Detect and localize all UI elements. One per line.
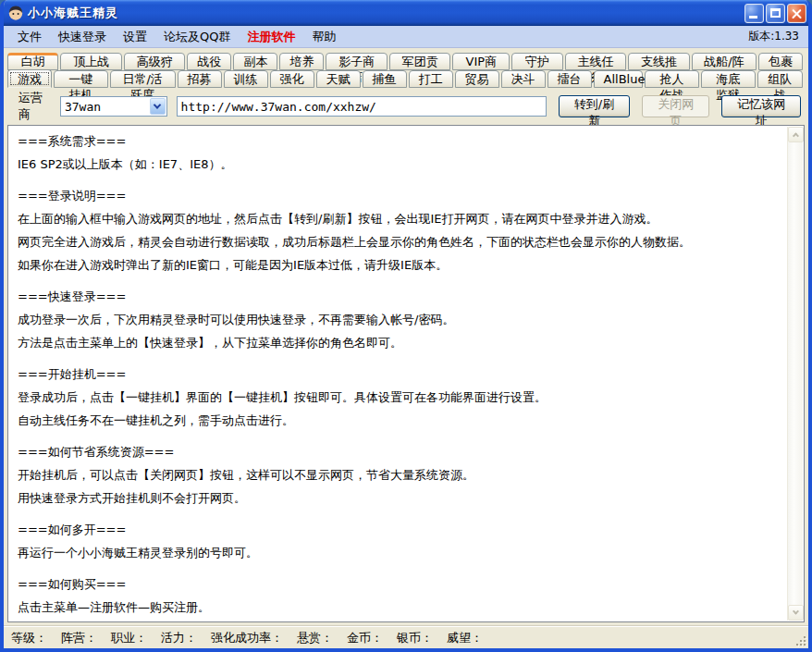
- section-line: 再运行一个小小海贼王精灵登录别的号即可。: [18, 541, 794, 564]
- tab-r2-3[interactable]: 招募: [178, 70, 222, 88]
- minimize-button[interactable]: [744, 4, 764, 23]
- section-line: 开始挂机后，可以点击【关闭网页】按钮，这样可以不显示网页，节省大量系统资源。: [18, 463, 794, 486]
- help-text: ===系统需求===IE6 SP2或以上版本（如：IE7、IE8）。===登录说…: [8, 126, 804, 622]
- status-field-6: 金币：: [347, 630, 383, 646]
- status-field-4: 强化成功率：: [211, 630, 283, 646]
- section-line: 方法是点击主菜单上的【快速登录】，从下拉菜单选择你的角色名即可。: [18, 331, 794, 354]
- menu-item-forum-qq[interactable]: 论坛及QQ群: [155, 27, 239, 47]
- scroll-up-button[interactable]: [788, 127, 804, 142]
- chevron-up-icon: [793, 132, 799, 139]
- menu-item-register[interactable]: 注册软件: [239, 27, 303, 47]
- app-window: 小小海贼王精灵 文件快速登录设置论坛及QQ群注册软件帮助 版本:1.33 白胡子…: [0, 0, 812, 652]
- status-field-1: 阵营：: [61, 630, 97, 646]
- scroll-down-button[interactable]: [788, 605, 804, 621]
- resize-grip-icon[interactable]: [795, 635, 807, 647]
- status-field-3: 活力：: [161, 630, 197, 646]
- help-section-5: ===如何多开===再运行一个小小海贼王精灵登录别的号即可。: [18, 518, 794, 564]
- section-header: ===如何节省系统资源===: [18, 440, 794, 463]
- url-toolbar: 运营商 37wan 转到/刷新 关闭网页 记忆该网址: [4, 88, 808, 125]
- help-section-3: ===开始挂机===登录成功后，点击【一键挂机】界面的【一键挂机】按钮即可。具体…: [18, 363, 794, 432]
- operator-label: 运营商: [18, 90, 53, 123]
- section-line: 登录成功后，点击【一键挂机】界面的【一键挂机】按钮即可。具体设置可在各功能界面进…: [18, 386, 794, 409]
- tab-r2-4[interactable]: 训练: [224, 70, 268, 88]
- tab-r1-10[interactable]: 主线任务: [565, 53, 627, 70]
- section-header: ===快速登录===: [18, 285, 794, 308]
- tab-r2-14[interactable]: 海底监狱: [701, 70, 756, 88]
- menu-item-help[interactable]: 帮助: [303, 27, 344, 47]
- tab-row-1: 白胡子顶上战争高级狩猎战役副本培养影子商店军团贡献VIP商城守护兽主线任务支线推…: [7, 53, 805, 70]
- menu-bar: 文件快速登录设置论坛及QQ群注册软件帮助 版本:1.33: [0, 26, 812, 48]
- section-header: ===如何购买===: [18, 572, 794, 596]
- tab-r1-8[interactable]: VIP商城: [452, 53, 510, 70]
- section-line: 用快速登录方式开始挂机则不会打开网页。: [18, 486, 794, 510]
- help-section-1: ===登录说明===在上面的输入框中输入游戏网页的地址，然后点击【转到/刷新】按…: [18, 184, 794, 277]
- tab-r2-0[interactable]: 游戏: [7, 69, 52, 88]
- url-input[interactable]: [177, 96, 547, 117]
- tab-r2-9[interactable]: 贸易: [455, 70, 499, 88]
- section-line: 在上面的输入框中输入游戏网页的地址，然后点击【转到/刷新】按钮，会出现IE打开网…: [18, 207, 794, 230]
- help-section-0: ===系统需求===IE6 SP2或以上版本（如：IE7、IE8）。: [18, 129, 794, 176]
- chevron-down-icon: [154, 101, 161, 108]
- app-icon[interactable]: [7, 5, 24, 21]
- tab-r1-13[interactable]: 包裹: [758, 53, 803, 70]
- minimize-icon: [749, 16, 757, 18]
- help-section-4: ===如何节省系统资源===开始挂机后，可以点击【关闭网页】按钮，这样可以不显示…: [18, 440, 794, 510]
- help-text-area[interactable]: ===系统需求===IE6 SP2或以上版本（如：IE7、IE8）。===登录说…: [7, 125, 805, 622]
- tab-r2-10[interactable]: 决斗: [501, 70, 546, 88]
- tab-r1-12[interactable]: 战船/阵型: [692, 53, 757, 70]
- tab-r2-12[interactable]: AllBlue: [594, 70, 644, 88]
- help-section-2: ===快速登录===成功登录一次后，下次用精灵登录时可以使用快速登录，不再需要输…: [18, 285, 794, 354]
- status-field-2: 职业：: [111, 630, 147, 646]
- section-header: ===系统需求===: [18, 129, 794, 153]
- tab-r1-6[interactable]: 影子商店: [326, 53, 388, 70]
- tab-r1-9[interactable]: 守护兽: [511, 53, 562, 70]
- menu-item-settings[interactable]: 设置: [115, 27, 155, 47]
- status-field-8: 威望：: [447, 630, 483, 646]
- tab-r1-0[interactable]: 白胡子: [7, 53, 58, 70]
- close-page-button[interactable]: 关闭网页: [642, 95, 709, 117]
- tab-r2-1[interactable]: 一键挂机: [54, 70, 108, 88]
- tab-strip: 白胡子顶上战争高级狩猎战役副本培养影子商店军团贡献VIP商城守护兽主线任务支线推…: [4, 48, 808, 88]
- menu-item-file[interactable]: 文件: [9, 27, 50, 47]
- tab-r2-11[interactable]: 擂台: [547, 70, 592, 88]
- tab-r2-15[interactable]: 组队战: [757, 70, 803, 88]
- section-line: IE6 SP2或以上版本（如：IE7、IE8）。: [18, 153, 794, 176]
- title-bar[interactable]: 小小海贼王精灵: [0, 0, 812, 26]
- section-line: 点击主菜单—注册软件—购买注册。: [18, 596, 794, 619]
- section-line: 成功登录一次后，下次用精灵登录时可以使用快速登录，不再需要输入帐号/密码。: [18, 308, 794, 331]
- tab-r1-2[interactable]: 高级狩猎: [124, 53, 186, 70]
- go-refresh-button[interactable]: 转到/刷新: [559, 95, 630, 117]
- tab-r1-7[interactable]: 军团贡献: [389, 53, 451, 70]
- maximize-icon: [770, 8, 781, 18]
- section-header: ===开始挂机===: [18, 363, 794, 386]
- status-field-7: 银币：: [397, 630, 433, 646]
- chevron-down-icon: [793, 609, 799, 615]
- tab-r2-6[interactable]: 天赋: [316, 70, 361, 88]
- tab-r2-8[interactable]: 打工: [409, 70, 453, 88]
- remember-url-button[interactable]: 记忆该网址: [721, 95, 801, 117]
- tab-r2-2[interactable]: 日常/活跃度: [110, 70, 176, 88]
- tab-r2-7[interactable]: 捕鱼: [363, 70, 407, 88]
- window-title: 小小海贼王精灵: [28, 5, 118, 21]
- tab-r1-11[interactable]: 支线推图: [628, 53, 690, 70]
- maximize-button[interactable]: [766, 4, 785, 23]
- scrollbar[interactable]: [787, 127, 803, 621]
- tab-r2-13[interactable]: 抢人作战: [645, 70, 699, 88]
- tab-r1-4[interactable]: 副本: [233, 53, 277, 70]
- tab-r2-5[interactable]: 强化: [270, 70, 314, 88]
- status-bar: 等级：阵营：职业：活力：强化成功率：悬赏：金币：银币：威望：: [4, 626, 808, 648]
- menu-items: 文件快速登录设置论坛及QQ群注册软件帮助: [9, 27, 344, 47]
- status-field-5: 悬赏：: [297, 630, 333, 646]
- section-header: ===登录说明===: [18, 184, 794, 207]
- operator-value: 37wan: [61, 100, 150, 114]
- section-line: 如果你在进入游戏时弹出了新的IE窗口，可能是因为IE版本过低，请升级IE版本。: [18, 253, 794, 277]
- version-label: 版本:1.33: [748, 29, 803, 44]
- operator-select[interactable]: 37wan: [60, 96, 167, 117]
- section-line: 自动主线任务不在一键挂机之列，需手动点击进行。: [18, 409, 794, 432]
- tab-r1-3[interactable]: 战役: [187, 53, 231, 70]
- operator-dropdown-button[interactable]: [150, 98, 166, 115]
- tab-r1-5[interactable]: 培养: [279, 53, 324, 70]
- menu-item-quick-login[interactable]: 快速登录: [50, 27, 115, 47]
- close-button[interactable]: [787, 4, 806, 23]
- tab-r1-1[interactable]: 顶上战争: [60, 53, 122, 70]
